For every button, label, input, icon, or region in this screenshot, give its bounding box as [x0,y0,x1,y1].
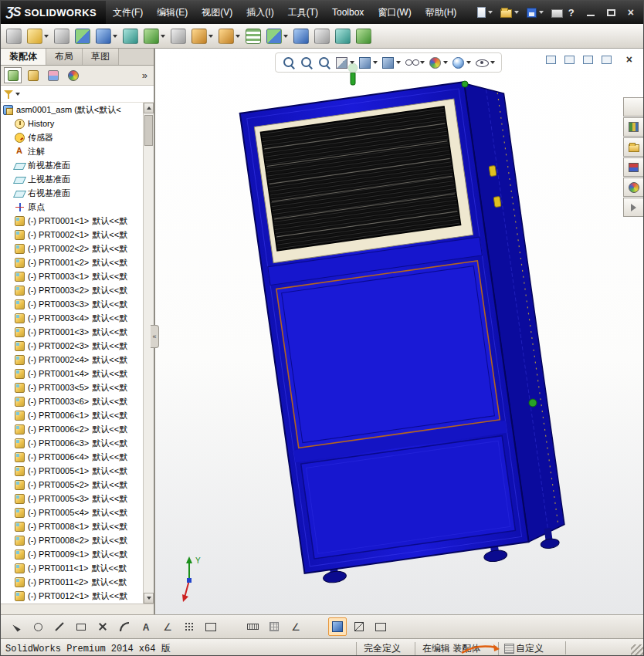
tree-item[interactable]: (-) PRT0003<3> 默认<<默 [1,297,143,311]
tree-item[interactable]: 前视基准面 [1,158,143,172]
panel-tab[interactable]: 草图 [83,49,119,65]
menu-item[interactable]: 编辑(E) [150,1,195,24]
restore-document-icon[interactable] [602,56,612,64]
tree-item[interactable]: (-) PRT0006<3> 默认<<默 [1,436,143,450]
tree-item[interactable]: (-) PRT0011<1> 默认<<默 [1,561,143,575]
minimize-document-icon[interactable] [583,56,593,64]
graphics-viewport[interactable]: × [155,49,644,614]
toolbar-button[interactable] [142,27,167,46]
open-document-button[interactable] [499,5,520,19]
task-pane-tab[interactable] [623,198,644,217]
print-button[interactable] [550,6,564,19]
toolbar-button[interactable] [169,27,188,46]
sketch-tool-button[interactable] [137,617,155,636]
tree-item[interactable]: (-) PRT0001<1> 默认<<默 [1,214,143,228]
tree-item[interactable]: 上视基准面 [1,172,143,186]
sketch-tool-button[interactable] [93,617,112,636]
tree-item[interactable]: (-) PRT0003<2> 默认<<默 [1,283,143,297]
tree-item[interactable]: (-) PRT0011<2> 默认<<默 [1,575,143,589]
scroll-down-button[interactable] [144,593,154,604]
model-3d[interactable] [155,49,644,614]
scrollbar-thumb[interactable] [144,115,153,146]
menu-item[interactable]: 工具(T) [281,1,325,24]
toolbar-button[interactable] [5,27,23,46]
menu-item[interactable]: 帮助(H) [419,1,464,24]
sketch-tool-button[interactable] [50,617,69,636]
filter-funnel-icon[interactable] [4,90,13,99]
tree-item[interactable]: 原点 [1,200,143,214]
tree-item[interactable]: (-) PRT0002<2> 默认<<默 [1,242,143,255]
tree-item[interactable]: (-) PRT0003<4> 默认<<默 [1,311,143,325]
toolbar-button[interactable] [121,27,140,46]
panel-header-tab[interactable] [4,67,22,83]
toolbar-button[interactable] [244,27,263,46]
tree-item[interactable]: (-) PRT0002<4> 默认<<默 [1,353,143,367]
sketch-tool-button[interactable] [202,617,220,636]
tree-item[interactable]: (-) PRT0005<3> 默认<<默 [1,492,143,506]
toolbar-button[interactable] [25,27,50,46]
sketch-tool-button[interactable] [371,617,390,636]
tree-item[interactable]: (-) PRT0002<3> 默认<<默 [1,339,143,353]
view-tool-button[interactable] [405,56,425,69]
toolbar-button[interactable] [94,27,119,46]
view-tool-button[interactable] [452,56,471,69]
tree-item[interactable]: (-) PRT0006<1> 默认<<默 [1,408,143,422]
close-document-button[interactable]: × [626,55,632,64]
save-button[interactable] [525,6,545,19]
tree-item[interactable]: (-) PRT0008<1> 默认<<默 [1,519,143,533]
tree-item[interactable]: (-) PRT0001<4> 默认<<默 [1,367,143,380]
tree-item[interactable]: (-) PRT0002<1> 默认<<默 [1,228,143,242]
tree-scrollbar[interactable] [143,103,154,604]
task-pane-tab[interactable] [623,117,644,137]
tree-item[interactable]: (-) PRT0005<1> 默认<<默 [1,464,143,478]
tree-item[interactable]: asm0001_asm (默认<默认< [1,103,143,117]
sketch-tool-button[interactable] [7,617,25,636]
sketch-tool-button[interactable] [243,617,262,636]
toolbar-button[interactable] [265,27,290,46]
tree-item[interactable]: (-) PRT0003<1> 默认<<默 [1,269,143,283]
view-tool-button[interactable] [317,56,331,69]
maximize-button[interactable] [607,9,615,16]
panel-splitter-handle[interactable]: « [151,325,159,348]
sketch-tool-button[interactable] [180,617,198,636]
view-tool-button[interactable] [475,56,495,69]
tree-item[interactable]: (-) PRT0003<5> 默认<<默 [1,380,143,394]
sketch-tool-button[interactable] [286,617,305,636]
task-pane-tab[interactable] [623,157,644,177]
tree-item[interactable]: (-) PRT0006<2> 默认<<默 [1,422,143,436]
sketch-tool-button[interactable] [158,617,177,636]
expand-panel-button[interactable]: » [142,69,151,81]
task-pane-tab[interactable] [623,137,644,157]
sketch-tool-button[interactable] [350,617,368,636]
sketch-tool-button[interactable] [72,617,90,636]
tree-item[interactable]: (-) PRT0005<4> 默认<<默 [1,506,143,519]
sketch-tool-button[interactable] [328,617,347,636]
panel-tab[interactable]: 布局 [46,49,83,65]
tree-item[interactable]: (-) PRT0012<1> 默认<<默 [1,589,143,603]
menu-item[interactable]: 文件(F) [106,1,150,24]
toolbar-button[interactable] [217,27,242,46]
close-button[interactable]: × [628,7,634,18]
minimize-button[interactable] [587,15,595,16]
task-pane-tab[interactable] [623,178,644,197]
tree-item[interactable]: (-) PRT0003<6> 默认<<默 [1,394,143,408]
tree-item[interactable]: (-) PRT0001<3> 默认<<默 [1,325,143,339]
toolbar-button[interactable] [292,27,310,46]
view-tool-button[interactable] [300,56,314,69]
view-tool-button[interactable] [429,56,448,69]
tree-item[interactable]: (-) PRT0009<1> 默认<<默 [1,547,143,561]
tile-window-icon[interactable] [564,56,575,64]
tree-item[interactable]: 传感器 [1,130,143,144]
chevron-down-icon[interactable] [15,93,20,96]
view-tool-button[interactable] [335,56,354,69]
tree-item[interactable]: History [1,117,143,130]
panel-header-tab[interactable] [44,67,62,83]
view-tool-button[interactable] [358,56,378,69]
toolbar-button[interactable] [190,27,215,46]
menu-item[interactable]: 窗口(W) [371,1,418,24]
toolbar-button[interactable] [313,27,331,46]
panel-tab[interactable]: 装配体 [1,49,46,65]
resize-grip[interactable] [631,644,643,656]
menu-item[interactable]: Toolbox [325,1,371,24]
tree-item[interactable]: 注解 [1,144,143,158]
